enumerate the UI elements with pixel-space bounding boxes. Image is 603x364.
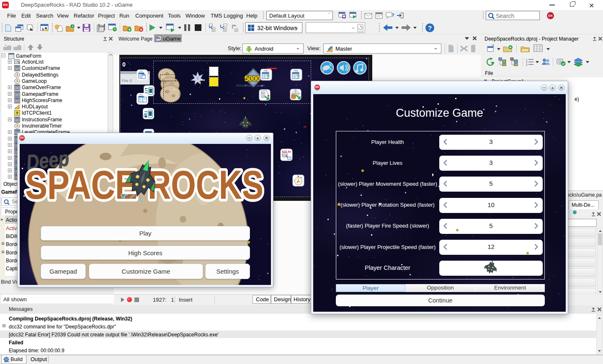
svg-text:?: ? <box>392 13 394 18</box>
svg-text:BUILD: BUILD <box>5 360 10 363</box>
svg-text:3: 3 <box>526 64 528 66</box>
svg-text:ROCKS: ROCKS <box>148 162 263 207</box>
